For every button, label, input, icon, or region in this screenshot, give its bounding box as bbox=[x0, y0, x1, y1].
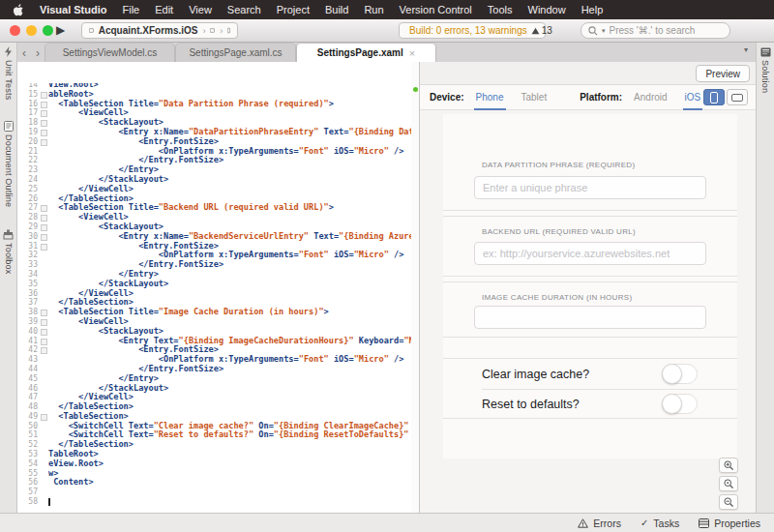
menu-item-version-control[interactable]: Version Control bbox=[400, 4, 472, 15]
menu-item-search[interactable]: Search bbox=[227, 4, 261, 15]
preview-toggle-button[interactable]: Preview bbox=[696, 65, 750, 82]
device-option-tablet[interactable]: Tablet bbox=[520, 85, 550, 110]
code-line[interactable]: 53TableRoot> bbox=[17, 450, 411, 459]
code-line[interactable]: 26 </TableSection> bbox=[17, 194, 411, 204]
fold-marker[interactable] bbox=[40, 327, 48, 337]
code-line[interactable]: 36 </ViewCell> bbox=[17, 289, 411, 299]
code-line[interactable]: 48 </TableSection> bbox=[17, 402, 411, 412]
status-item-tasks[interactable]: ✓Tasks bbox=[640, 517, 679, 529]
device-option-phone[interactable]: Phone bbox=[474, 85, 506, 110]
fold-marker[interactable] bbox=[40, 128, 48, 137]
dock-item-solution[interactable]: Solution bbox=[760, 47, 771, 93]
code-line[interactable]: 54eView.Root> bbox=[17, 459, 411, 469]
fold-marker[interactable] bbox=[40, 222, 48, 232]
traffic-close-button[interactable] bbox=[10, 25, 20, 36]
code-line[interactable]: 56 Content> bbox=[17, 478, 411, 488]
fold-marker[interactable] bbox=[40, 232, 48, 242]
portrait-orientation-button[interactable] bbox=[703, 89, 725, 105]
code-line[interactable]: 16 <TableSection Title="Data Partition P… bbox=[17, 100, 411, 109]
fold-marker[interactable] bbox=[40, 337, 48, 346]
code-line[interactable]: 35 </StackLayout> bbox=[17, 280, 411, 289]
zoom-out-button[interactable] bbox=[719, 494, 738, 510]
code-line[interactable]: 23 </Entry> bbox=[17, 165, 411, 175]
fold-marker[interactable] bbox=[40, 242, 48, 251]
menu-item-window[interactable]: Window bbox=[528, 4, 566, 15]
code-line[interactable]: 44 </Entry.FontSize> bbox=[17, 365, 411, 374]
code-line[interactable]: 42 <Entry.FontSize> bbox=[17, 345, 411, 355]
build-status[interactable]: Build: 0 errors, 13 warnings 13 bbox=[399, 22, 546, 39]
code-line[interactable]: 39 <ViewCell> bbox=[17, 317, 411, 327]
fold-marker[interactable] bbox=[40, 308, 48, 317]
entry-field[interactable] bbox=[474, 306, 706, 329]
platform-option-android[interactable]: Android bbox=[632, 85, 669, 110]
zoom-in-button[interactable] bbox=[719, 458, 738, 473]
menu-item-build[interactable]: Build bbox=[325, 4, 348, 15]
toggle-switch[interactable] bbox=[662, 394, 698, 414]
code-editor[interactable]: 14View.Root>15ableRoot>16 <TableSection … bbox=[17, 62, 411, 513]
status-item-errors[interactable]: Errors bbox=[578, 517, 621, 529]
code-line[interactable]: 52 </TableSection> bbox=[17, 440, 411, 450]
code-line[interactable]: 31 <Entry.FontSize> bbox=[17, 242, 411, 251]
fold-marker[interactable] bbox=[40, 108, 48, 118]
entry-field[interactable] bbox=[474, 176, 706, 199]
code-line[interactable]: 33 </Entry.FontSize> bbox=[17, 260, 411, 270]
search-scope-caret-icon[interactable]: ▾ bbox=[602, 27, 606, 35]
fold-marker[interactable] bbox=[40, 100, 48, 109]
code-line[interactable]: 58 bbox=[17, 497, 411, 507]
fold-marker[interactable] bbox=[40, 213, 48, 222]
breadcrumb[interactable]: Acquaint.XForms.iOS › › bbox=[81, 22, 238, 39]
code-line[interactable]: 55w> bbox=[17, 469, 411, 479]
run-button[interactable]: ▶ bbox=[56, 23, 65, 37]
editor-scrollbar[interactable] bbox=[411, 62, 419, 513]
code-line[interactable]: 43 <OnPlatform x:TypeArguments="Font" iO… bbox=[17, 355, 411, 365]
landscape-orientation-button[interactable] bbox=[727, 89, 748, 105]
tab-settingspage-xaml-cs[interactable]: SettingsPage.xaml.cs bbox=[175, 43, 296, 62]
tab-settingsviewmodel-cs[interactable]: SettingsViewModel.cs bbox=[45, 43, 175, 62]
entry-field[interactable] bbox=[474, 242, 706, 265]
code-line[interactable]: 32 <OnPlatform x:TypeArguments="Font" iO… bbox=[17, 251, 411, 260]
close-icon[interactable]: × bbox=[409, 47, 415, 59]
menu-item-tools[interactable]: Tools bbox=[488, 4, 513, 15]
fold-marker[interactable] bbox=[40, 317, 48, 327]
code-line[interactable]: 40 <StackLayout> bbox=[17, 327, 411, 337]
code-line[interactable]: 41 <Entry Text="{Binding ImageCacheDurat… bbox=[17, 337, 411, 346]
code-line[interactable]: 14View.Root> bbox=[17, 80, 411, 90]
code-line[interactable]: 46 </StackLayout> bbox=[17, 384, 411, 394]
code-line[interactable]: 30 <Entry x:Name="BackendServiceUrlEntry… bbox=[17, 232, 411, 242]
code-line[interactable]: 51 <SwitchCell Text="Reset to defaults?"… bbox=[17, 430, 411, 440]
code-line[interactable]: 47 </ViewCell> bbox=[17, 393, 411, 402]
dock-item-unit-tests[interactable]: Unit Tests bbox=[4, 46, 14, 100]
apple-menu-icon[interactable] bbox=[14, 4, 24, 16]
code-line[interactable]: 57 bbox=[17, 488, 411, 497]
code-line[interactable]: 37 </TableSection> bbox=[17, 298, 411, 308]
code-line[interactable]: 21 <OnPlatform x:TypeArguments="Font" iO… bbox=[17, 147, 411, 157]
code-line[interactable]: 20 <Entry.FontSize> bbox=[17, 137, 411, 147]
code-line[interactable]: 45 </Entry> bbox=[17, 374, 411, 384]
code-line[interactable]: 24 </StackLayout> bbox=[17, 175, 411, 185]
code-line[interactable]: 29 <StackLayout> bbox=[17, 222, 411, 232]
code-line[interactable]: 49 <TableSection> bbox=[17, 412, 411, 422]
dock-item-toolbox[interactable]: Toolbox bbox=[3, 229, 14, 274]
platform-option-ios[interactable]: iOS bbox=[683, 85, 703, 110]
code-line[interactable]: 27 <TableSection Title="Backend URL (req… bbox=[17, 203, 411, 213]
menu-item-run[interactable]: Run bbox=[364, 4, 383, 15]
menu-item-view[interactable]: View bbox=[189, 4, 212, 15]
code-line[interactable]: 38 <TableSection Title="Image Cache Dura… bbox=[17, 308, 411, 317]
fold-marker[interactable] bbox=[40, 345, 48, 355]
search-box[interactable]: ▾ bbox=[580, 22, 730, 39]
code-line[interactable]: 15ableRoot> bbox=[17, 90, 411, 100]
navigate-back-icon[interactable]: ‹ bbox=[17, 46, 31, 62]
zoom-actual-size-button[interactable] bbox=[719, 476, 738, 491]
toggle-switch[interactable] bbox=[662, 364, 698, 384]
menu-item-project[interactable]: Project bbox=[277, 4, 310, 15]
dock-item-document-outline[interactable]: Document Outline bbox=[4, 121, 14, 207]
fold-marker[interactable] bbox=[40, 203, 48, 213]
tab-settingspage-xaml[interactable]: SettingsPage.xaml× bbox=[296, 43, 436, 62]
fold-marker[interactable] bbox=[40, 118, 48, 128]
search-input[interactable] bbox=[610, 25, 716, 36]
preview-pad-caret-icon[interactable]: ▾ bbox=[744, 45, 748, 54]
traffic-zoom-button[interactable] bbox=[43, 25, 53, 36]
code-line[interactable]: 34 </Entry> bbox=[17, 270, 411, 280]
code-line[interactable]: 19 <Entry x:Name="DataPartitionPhraseEnt… bbox=[17, 128, 411, 137]
navigate-forward-icon[interactable]: › bbox=[31, 46, 45, 62]
